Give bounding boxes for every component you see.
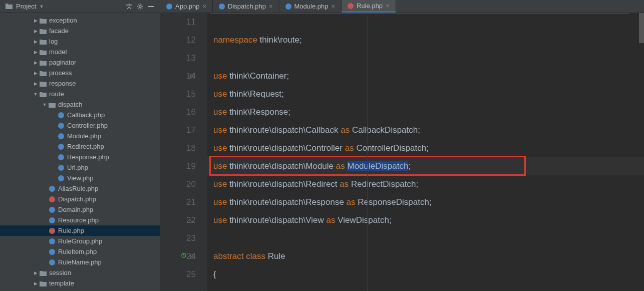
tree-folder-route[interactable]: ▼route (0, 89, 160, 99)
code-token: use (213, 215, 227, 225)
tree-arrow-icon[interactable]: ▶ (32, 281, 39, 286)
tree-label: RuleItem.php (58, 248, 97, 255)
tree-file-resource[interactable]: Resource.php (0, 215, 160, 225)
tree-file-module[interactable]: Module.php (0, 131, 160, 141)
tree-file-view[interactable]: View.php (0, 173, 160, 183)
tree-folder-log[interactable]: ▶log (0, 36, 160, 47)
code-line[interactable]: use think\Request; (207, 85, 644, 103)
tree-folder-paginator[interactable]: ▶paginator (0, 57, 160, 68)
tree-label: dispatch (58, 101, 82, 108)
tree-folder-dispatch[interactable]: ▼dispatch (0, 99, 160, 110)
file-icon (48, 206, 56, 213)
tree-folder-model[interactable]: ▶model (0, 47, 160, 57)
tab-module[interactable]: Module.php× (279, 0, 342, 13)
hide-icon[interactable] (147, 3, 155, 11)
close-icon[interactable]: × (331, 3, 335, 10)
close-icon[interactable]: × (386, 2, 390, 10)
line-number: 21 (160, 193, 196, 211)
collapse-icon[interactable] (125, 3, 133, 11)
code-line[interactable]: { (207, 265, 644, 283)
code-token: ViewDispatch; (336, 215, 392, 225)
tree-file-domain[interactable]: Domain.php (0, 204, 160, 215)
code-line[interactable]: namespace think\route; (207, 31, 644, 49)
tree-folder-session[interactable]: ▶session (0, 267, 160, 278)
tree-label: Url.php (67, 164, 88, 171)
tree-file-redirect[interactable]: Redirect.php (0, 141, 160, 152)
project-tool-header[interactable]: Project ▼ (0, 0, 160, 13)
tab-label: App.php (175, 3, 199, 10)
tree-file-ruleitem[interactable]: RuleItem.php (0, 246, 160, 257)
code-line[interactable]: use think\route\dispatch\View as ViewDis… (207, 211, 644, 229)
code-token: ModuleDispatch (347, 161, 408, 171)
tree-file-rulegroup[interactable]: RuleGroup.php (0, 236, 160, 246)
code-line[interactable]: use think\Response; (207, 103, 644, 121)
implementations-icon[interactable] (181, 247, 187, 265)
tree-arrow-icon[interactable]: ▶ (32, 60, 39, 65)
tree-file-response[interactable]: Response.php (0, 152, 160, 162)
tree-label: log (49, 38, 58, 45)
gear-icon[interactable] (136, 3, 144, 11)
code-area[interactable]: namespace think\route;use think\Containe… (207, 13, 644, 291)
tree-label: model (49, 48, 67, 56)
line-number: 17 (160, 121, 196, 139)
tree-folder-exception[interactable]: ▶exception (0, 15, 160, 26)
code-line[interactable]: use think\route\dispatch\Response as Res… (207, 193, 644, 211)
tree-arrow-icon[interactable]: ▼ (32, 92, 39, 97)
file-icon (48, 185, 56, 192)
tree-file-rulename[interactable]: RuleName.php (0, 257, 160, 267)
project-tree[interactable]: ▶exception▶facade▶log▶model▶paginator▶pr… (0, 13, 160, 291)
code-line[interactable]: use think\route\dispatch\Callback as Cal… (207, 121, 644, 139)
code-line[interactable] (207, 13, 644, 31)
tab-dispatch[interactable]: Dispatch.php× (213, 0, 279, 13)
line-number: 24⊟ (160, 247, 196, 265)
file-icon (48, 227, 56, 234)
tree-arrow-icon[interactable]: ▶ (32, 71, 39, 76)
tree-file-callback[interactable]: Callback.php (0, 110, 160, 120)
tree-arrow-icon[interactable]: ▼ (41, 102, 48, 107)
code-line[interactable]: use think\route\dispatch\Redirect as Red… (207, 175, 644, 193)
tree-arrow-icon[interactable]: ▶ (32, 39, 39, 44)
tree-file-rule[interactable]: Rule.php (0, 225, 160, 236)
scrollbar-vertical[interactable] (639, 13, 644, 43)
tab-app[interactable]: App.php× (160, 0, 213, 13)
code-line[interactable] (207, 229, 644, 247)
code-line[interactable]: abstract class Rule (207, 247, 644, 265)
code-token: as (347, 197, 356, 207)
code-token: use (213, 107, 227, 117)
fold-icon[interactable]: ⊟ (190, 247, 195, 265)
tree-folder-template[interactable]: ▶template (0, 278, 160, 288)
code-line[interactable]: use think\Container; (207, 67, 644, 85)
folder-icon (39, 269, 47, 276)
svg-point-0 (139, 6, 141, 8)
tree-folder-process[interactable]: ▶process (0, 68, 160, 78)
tree-arrow-icon[interactable]: ▶ (32, 18, 39, 23)
tree-file-aliasrule[interactable]: AliasRule.php (0, 183, 160, 194)
tree-folder-response[interactable]: ▶response (0, 78, 160, 89)
tree-arrow-icon[interactable]: ▶ (32, 81, 39, 86)
code-editor[interactable]: 11121314⊟1516171819202122⌙2324⊟25 namesp… (160, 13, 644, 291)
code-line[interactable]: use think\route\dispatch\Module as Modul… (207, 157, 644, 175)
top-bar: Project ▼ App.php×Dispatch.php×Module.ph… (0, 0, 644, 13)
fold-icon[interactable]: ⊟ (190, 67, 195, 85)
file-icon (57, 112, 65, 119)
code-line[interactable] (207, 49, 644, 67)
tree-arrow-icon[interactable]: ▶ (32, 29, 39, 34)
fold-icon[interactable]: ⌙ (190, 211, 195, 229)
tree-file-controller[interactable]: Controller.php (0, 120, 160, 131)
tree-arrow-icon[interactable]: ▶ (32, 270, 39, 275)
folder-icon (39, 280, 47, 287)
code-token: think\route\dispatch\Response (227, 197, 346, 207)
tree-folder-facade[interactable]: ▶facade (0, 26, 160, 36)
close-icon[interactable]: × (269, 3, 273, 10)
code-token: use (213, 71, 227, 81)
folder-icon (39, 70, 47, 77)
gutter: 11121314⊟1516171819202122⌙2324⊟25 (160, 13, 207, 291)
tab-rule[interactable]: Rule.php× (342, 0, 396, 13)
code-token: as (345, 143, 354, 153)
tree-file-dispatch[interactable]: Dispatch.php (0, 194, 160, 204)
code-line[interactable]: use think\route\dispatch\Controller as C… (207, 139, 644, 157)
tree-file-url[interactable]: Url.php (0, 162, 160, 173)
line-number: 13 (160, 49, 196, 67)
close-icon[interactable]: × (202, 3, 206, 10)
tree-arrow-icon[interactable]: ▶ (32, 50, 39, 55)
